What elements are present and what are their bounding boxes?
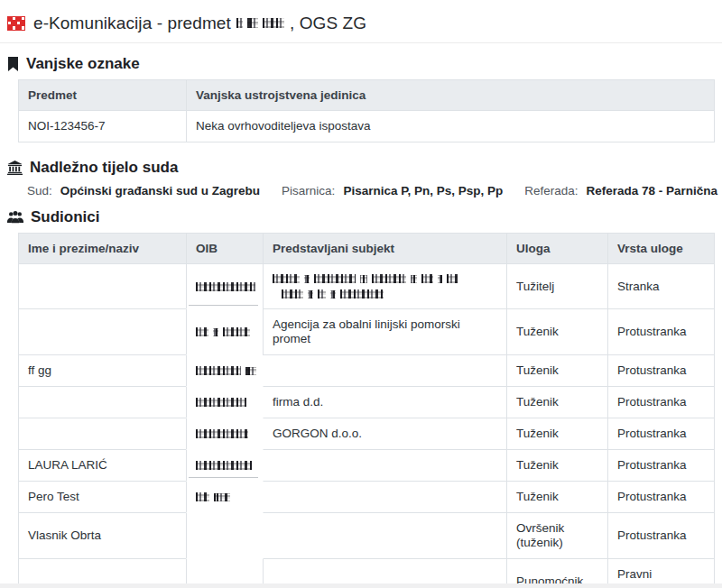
cell-role-type: Protustranka — [607, 513, 714, 559]
section-title: Sudionici — [31, 208, 100, 226]
cell-predmet: NOI-123456-7 — [19, 111, 186, 142]
participants-table: Ime i prezime/naziv OIB Predstavljani su… — [18, 233, 715, 588]
window-title-bar: e-Komunikacija - predmet , OGS ZG — [0, 0, 722, 37]
page-title-prefix: e-Komunikacija - predmet — [33, 14, 231, 33]
redacted-text — [196, 327, 250, 336]
cell-name: Pero Test — [19, 482, 186, 513]
cell-role: Tuženik — [506, 355, 607, 387]
redacted-text — [196, 429, 248, 438]
section-heading-external-marks: Vanjske oznake — [7, 55, 722, 73]
participant-row: LAURA LARIĆTuženikProtustranka — [19, 450, 714, 482]
cell-name — [19, 418, 186, 450]
cell-subject — [263, 355, 506, 387]
cell-oib — [186, 450, 263, 482]
cell-role-type: Stranka — [607, 264, 714, 309]
bookmark-icon — [7, 57, 19, 71]
cell-subject: firma d.d. — [263, 387, 506, 418]
cell-subject: GORGON d.o.o. — [263, 418, 506, 450]
participant-row: ff ggTuženikProtustranka — [19, 355, 714, 387]
bottom-cutoff-band — [0, 583, 722, 588]
cell-subject — [263, 264, 506, 309]
cell-oib — [186, 513, 263, 559]
cell-oib — [186, 264, 263, 309]
cell-role: Tuženik — [506, 482, 607, 513]
bank-icon — [7, 161, 23, 175]
cell-oib — [186, 418, 263, 450]
cell-jedinica: Neka ovrhovoditeljeva ispostava — [186, 111, 714, 142]
section-heading-participants: Sudionici — [7, 208, 722, 226]
users-icon — [7, 211, 23, 225]
participant-row: Pero TestTuženikProtustranka — [19, 482, 714, 513]
cell-role-type: Protustranka — [607, 450, 714, 482]
cell-role-type: Protustranka — [607, 418, 714, 450]
cell-role: Tuženik — [506, 418, 607, 450]
cell-name — [19, 264, 186, 309]
cell-subject — [263, 513, 506, 559]
redacted-text — [196, 492, 230, 501]
referada-label: Referada: — [524, 184, 578, 198]
cell-oib — [186, 482, 263, 513]
participant-row: Vlasnik ObrtaOvršenik (tuženik)Protustra… — [19, 513, 714, 559]
redacted-case-number — [236, 18, 284, 28]
col-header-role-type: Vrsta uloge — [607, 234, 714, 264]
cell-role: Tužitelj — [506, 264, 607, 309]
cell-subject — [263, 482, 506, 513]
participant-row: TužiteljStranka — [19, 264, 714, 309]
redacted-text — [282, 289, 497, 299]
referada-value: Referada 78 - Parnična — [587, 184, 718, 198]
cell-role: Tuženik — [506, 309, 607, 355]
col-header-predmet: Predmet — [19, 80, 186, 111]
court-value: Općinski građanski sud u Zagrebu — [60, 184, 260, 198]
registry-label: Pisarnica: — [282, 184, 335, 198]
col-header-oib: OIB — [186, 234, 263, 264]
registry-value: Pisarnica P, Pn, Ps, Psp, Pp — [343, 184, 503, 198]
section-title: Vanjske oznake — [26, 55, 140, 73]
section-title: Nadležno tijelo suda — [30, 159, 178, 177]
cell-name — [19, 309, 186, 355]
redacted-text — [196, 282, 255, 291]
col-header-subject: Predstavljani subjekt — [263, 234, 506, 264]
table-row: NOI-123456-7 Neka ovrhovoditeljeva ispos… — [19, 111, 714, 142]
col-header-jedinica: Vanjska ustrojstvena jedinica — [186, 80, 714, 111]
cell-subject: Agencija za obalni linijski pomorski pro… — [263, 309, 506, 355]
redacted-text — [196, 398, 246, 407]
external-marks-table: Predmet Vanjska ustrojstvena jedinica NO… — [18, 79, 715, 142]
col-header-role: Uloga — [506, 234, 607, 264]
cell-role: Tuženik — [506, 387, 607, 418]
cell-oib — [186, 355, 263, 387]
page-title: e-Komunikacija - predmet , OGS ZG — [33, 14, 366, 33]
cell-role-type: Protustranka — [607, 355, 714, 387]
cell-role-type: Protustranka — [607, 309, 714, 355]
cell-role: Ovršenik (tuženik) — [506, 513, 607, 559]
cell-name: Vlasnik Obrta — [19, 513, 186, 559]
cell-oib — [186, 309, 263, 355]
redacted-text — [196, 366, 256, 375]
court-label: Sud: — [27, 184, 52, 198]
cell-name: ff gg — [19, 355, 186, 387]
col-header-name: Ime i prezime/naziv — [19, 234, 186, 264]
court-info-line: Sud: Općinski građanski sud u Zagrebu Pi… — [27, 184, 722, 198]
cell-name — [19, 387, 186, 418]
cell-subject — [263, 450, 506, 482]
participant-row: Agencija za obalni linijski pomorski pro… — [19, 309, 714, 355]
participant-row: GORGON d.o.o.TuženikProtustranka — [19, 418, 714, 450]
redacted-text — [273, 274, 497, 283]
cell-oib — [186, 387, 263, 418]
cell-role: Tuženik — [506, 450, 607, 482]
section-heading-court: Nadležno tijelo suda — [7, 159, 722, 177]
cell-role-type: Protustranka — [607, 387, 714, 418]
page-title-suffix: , OGS ZG — [290, 14, 366, 33]
participant-row: firma d.d.TuženikProtustranka — [19, 387, 714, 418]
cell-name: LAURA LARIĆ — [19, 450, 186, 482]
title-divider — [0, 42, 722, 43]
redacted-text — [236, 18, 284, 28]
cell-role-type: Protustranka — [607, 482, 714, 513]
redacted-text — [196, 461, 252, 470]
croatian-checkerboard-icon — [7, 16, 25, 31]
